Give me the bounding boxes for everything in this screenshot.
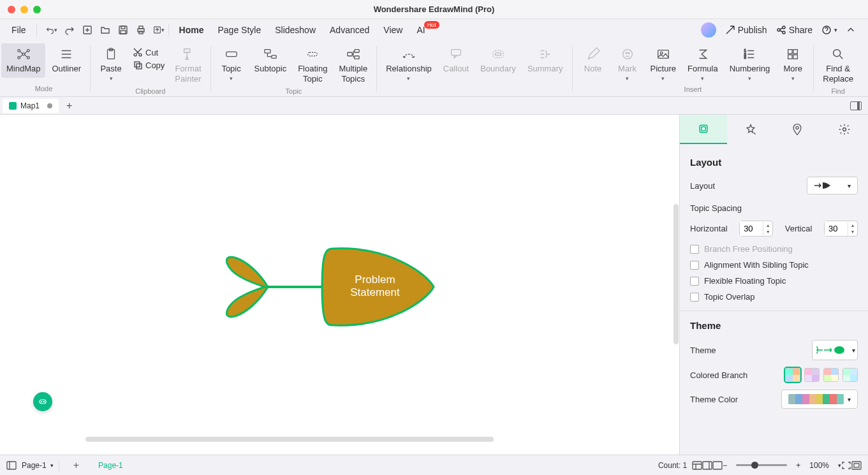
align-sibling-checkbox[interactable]: Alignment With Sibling Topic [690, 260, 858, 270]
theme-dropdown[interactable]: ▾ [812, 340, 858, 360]
side-tab-style[interactable] [727, 115, 774, 144]
flexible-floating-checkbox[interactable]: Flexible Floating Topic [690, 276, 858, 286]
fullscreen-button[interactable] [851, 461, 862, 470]
topic-button[interactable]: Topic▾ [215, 43, 248, 87]
undo-button[interactable]: ▾ [46, 24, 57, 36]
svg-rect-3 [121, 31, 126, 34]
multiple-topics-button[interactable]: Multiple Topics [334, 43, 372, 87]
more-button[interactable]: More▾ [776, 43, 809, 85]
home-menu[interactable]: Home [173, 22, 210, 38]
vertical-spacing-input[interactable]: ▲▼ [824, 221, 858, 237]
page-style-menu[interactable]: Page Style [211, 22, 267, 38]
svg-point-14 [27, 50, 29, 52]
export-button[interactable]: ▾ [153, 24, 165, 36]
copy-button[interactable]: Copy [133, 60, 165, 70]
find-replace-button[interactable]: Find & Replace [818, 43, 858, 87]
picture-button[interactable]: Picture▾ [645, 43, 681, 85]
callout-button[interactable]: Callout [438, 43, 474, 85]
note-button[interactable]: Note [577, 43, 610, 85]
view-menu[interactable]: View [377, 22, 409, 38]
toggle-panel-button[interactable] [850, 101, 862, 110]
side-tab-layout[interactable] [680, 115, 727, 144]
page-panel-toggle[interactable] [6, 461, 17, 470]
redo-button[interactable] [64, 24, 75, 36]
publish-button[interactable]: Publish [725, 25, 767, 35]
side-tab-settings[interactable] [821, 115, 868, 144]
open-button[interactable] [99, 24, 111, 36]
layout-dropdown[interactable]: ▾ [807, 177, 858, 194]
format-painter-button[interactable]: Format Painter [170, 43, 206, 87]
outliner-icon [59, 47, 73, 61]
svg-point-20 [139, 54, 142, 56]
side-tab-icon[interactable] [774, 115, 821, 144]
branch-color-4[interactable] [842, 368, 858, 382]
view-mode-1[interactable] [692, 461, 702, 470]
zoom-out-button[interactable]: − [723, 461, 727, 470]
minimize-window-button[interactable] [20, 6, 28, 13]
horizontal-spacing-input[interactable]: ▲▼ [739, 221, 773, 237]
picture-icon [656, 47, 670, 61]
file-menu[interactable]: File [5, 22, 33, 38]
help-button[interactable]: ▾ [821, 25, 837, 35]
view-mode-3[interactable] [712, 461, 723, 470]
svg-point-33 [622, 50, 632, 59]
view-mode-2[interactable] [702, 461, 712, 470]
ai-chat-button[interactable] [33, 392, 52, 411]
close-window-button[interactable] [8, 6, 15, 13]
central-topic-text[interactable]: Problem [355, 274, 395, 286]
svg-rect-5 [139, 26, 143, 29]
formula-button[interactable]: Formula▾ [682, 43, 723, 85]
mark-button[interactable]: Mark▾ [611, 43, 644, 85]
tab-modified-indicator [47, 103, 52, 108]
svg-point-16 [27, 57, 29, 59]
page-tab-1[interactable]: Page-1 [87, 458, 135, 472]
cut-button[interactable]: Cut [133, 47, 165, 57]
collapse-ribbon-button[interactable] [846, 26, 855, 34]
zoom-in-button[interactable]: + [796, 461, 800, 470]
relationship-button[interactable]: Relationship▾ [381, 43, 437, 85]
topic-overlap-checkbox[interactable]: Topic Overlap [690, 292, 858, 302]
format-painter-icon [181, 47, 195, 61]
canvas[interactable]: Problem Statement [0, 115, 679, 455]
side-panel: Layout Layout ▾ Topic Spacing Horizontal… [679, 115, 868, 455]
outliner-mode-button[interactable]: Outliner [47, 43, 86, 78]
ribbon-group-topic: Topic▾ Subtopic Floating Topic Multiple … [214, 41, 374, 96]
new-tab-button[interactable]: + [66, 100, 72, 112]
subtopic-button[interactable]: Subtopic [249, 43, 292, 87]
user-avatar[interactable] [701, 22, 716, 38]
mindmap-mode-button[interactable]: MindMap [1, 43, 45, 78]
zoom-slider[interactable] [736, 464, 787, 466]
branch-color-2[interactable] [804, 368, 820, 382]
boundary-button[interactable]: Boundary [475, 43, 521, 85]
slideshow-menu[interactable]: Slideshow [268, 22, 322, 38]
floating-topic-button[interactable]: Floating Topic [293, 43, 332, 87]
theme-color-dropdown[interactable]: ▾ [781, 390, 858, 409]
add-page-button[interactable]: + [73, 460, 79, 471]
paste-icon [104, 47, 118, 61]
save-button[interactable] [117, 24, 129, 36]
paste-button[interactable]: Paste▾ [94, 43, 128, 87]
ai-menu[interactable]: AIHot [410, 22, 448, 38]
hot-badge: Hot [424, 21, 439, 29]
numbering-button[interactable]: 123Numbering▾ [725, 43, 776, 85]
print-button[interactable] [135, 24, 147, 36]
share-button[interactable]: Share [776, 25, 813, 35]
callout-icon [449, 47, 463, 61]
document-tab-map1[interactable]: Map1 [3, 99, 59, 113]
search-icon [831, 47, 845, 61]
svg-rect-50 [40, 400, 46, 404]
page-dropdown[interactable]: Page-1▾ [17, 460, 59, 471]
new-button[interactable] [82, 24, 93, 36]
summary-button[interactable]: Summary [522, 43, 568, 85]
canvas-horizontal-scrollbar[interactable] [85, 437, 494, 442]
ribbon-group-mode: MindMap Outliner Mode [0, 41, 87, 96]
canvas-vertical-scrollbar[interactable] [673, 204, 679, 344]
svg-rect-58 [703, 462, 712, 469]
maximize-window-button[interactable] [33, 6, 41, 13]
fit-screen-button[interactable] [841, 461, 851, 470]
zoom-level[interactable]: 100% [809, 461, 829, 470]
branch-color-3[interactable] [823, 368, 839, 382]
advanced-menu[interactable]: Advanced [323, 22, 376, 38]
branch-color-1[interactable] [785, 368, 800, 382]
subtopic-icon [263, 47, 277, 61]
